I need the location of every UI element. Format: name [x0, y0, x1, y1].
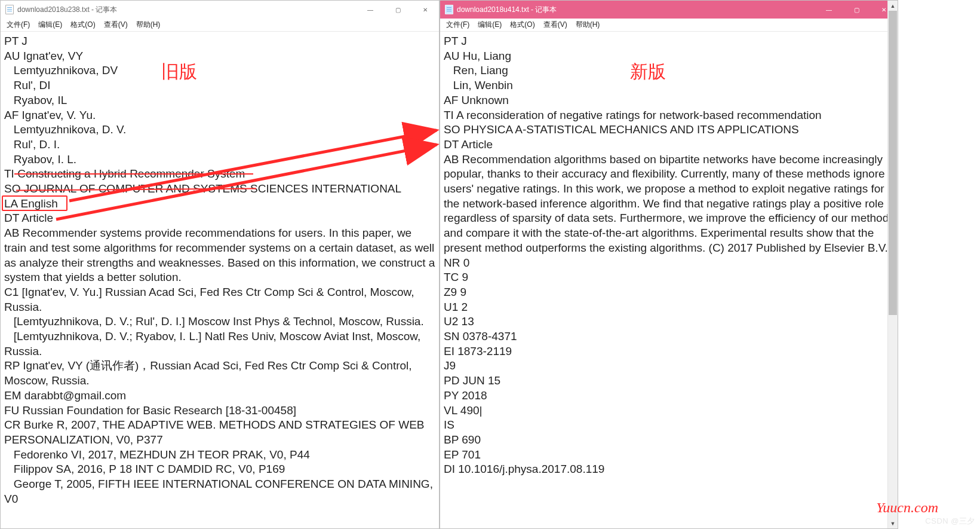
menu-view[interactable]: 查看(V) — [540, 19, 571, 31]
vertical-scrollbar[interactable]: ▲ ▼ — [887, 1, 898, 528]
maximize-button[interactable]: ▢ — [843, 1, 870, 19]
menubar-right: 文件(F) 编辑(E) 格式(O) 查看(V) 帮助(H) — [440, 19, 898, 32]
titlebar-right[interactable]: download2018u414.txt - 记事本 — ▢ ✕ — [440, 1, 898, 19]
scrollbar-thumb[interactable] — [889, 11, 897, 315]
notepad-window-left: download2018u238.txt - 记事本 — ▢ ✕ 文件(F) 编… — [0, 0, 440, 529]
scrollbar-track[interactable] — [888, 11, 898, 518]
notepad-icon — [5, 5, 14, 14]
window-controls: — ▢ ✕ — [815, 1, 898, 19]
notepad-icon — [445, 5, 453, 14]
maximize-button[interactable]: ▢ — [384, 1, 411, 19]
titlebar-left[interactable]: download2018u238.txt - 记事本 — ▢ ✕ — [1, 1, 439, 19]
window-title: download2018u414.txt - 记事本 — [457, 5, 557, 15]
menu-edit[interactable]: 编辑(E) — [474, 19, 505, 31]
branding-yuucn: Yuucn.com — [876, 500, 938, 516]
window-title: download2018u238.txt - 记事本 — [17, 5, 117, 15]
window-controls: — ▢ ✕ — [357, 1, 439, 19]
menu-format[interactable]: 格式(O) — [506, 19, 538, 31]
menu-edit[interactable]: 编辑(E) — [35, 19, 66, 31]
scrollbar-down-icon[interactable]: ▼ — [888, 518, 898, 528]
menu-file[interactable]: 文件(F) — [443, 19, 473, 31]
menu-format[interactable]: 格式(O) — [67, 19, 99, 31]
menu-file[interactable]: 文件(F) — [3, 19, 33, 31]
menu-help[interactable]: 帮助(H) — [133, 19, 164, 31]
text-content-right[interactable]: PT J AU Hu, Liang Ren, Liang Lin, Wenbin… — [440, 32, 898, 528]
text-content-left[interactable]: PT J AU Ignat'ev, VY Lemtyuzhnikova, DV … — [1, 32, 439, 528]
scrollbar-up-icon[interactable]: ▲ — [888, 1, 898, 11]
menubar-left: 文件(F) 编辑(E) 格式(O) 查看(V) 帮助(H) — [1, 19, 439, 32]
watermark-csdn: CSDN @三夕 — [925, 516, 975, 527]
notepad-window-right: download2018u414.txt - 记事本 — ▢ ✕ 文件(F) 编… — [440, 0, 898, 529]
menu-view[interactable]: 查看(V) — [100, 19, 131, 31]
close-button[interactable]: ✕ — [411, 1, 439, 19]
minimize-button[interactable]: — — [815, 1, 843, 19]
menu-help[interactable]: 帮助(H) — [572, 19, 604, 31]
minimize-button[interactable]: — — [357, 1, 384, 19]
